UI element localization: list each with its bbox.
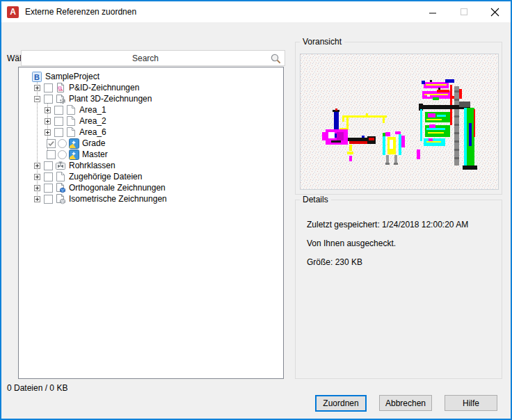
plant-drawing-icon (68, 138, 79, 149)
page-icon (55, 171, 66, 182)
details-groupbox: Details Zuletzt gespeichert: 1/24/2018 1… (295, 200, 502, 379)
tree-item-zugehoerige-dateien[interactable]: Zugehörige Dateien (19, 171, 283, 182)
help-button[interactable]: Hilfe (445, 395, 497, 411)
tree-item-label[interactable]: Area_2 (79, 116, 106, 126)
tree-item-label[interactable]: Zugehörige Dateien (69, 172, 142, 181)
svg-text:B: B (34, 72, 40, 81)
checkbox-unchecked[interactable] (54, 106, 63, 115)
tree-item-grade[interactable]: Grade (19, 138, 283, 149)
minimize-button[interactable] (417, 1, 448, 22)
expand-plus-icon[interactable] (34, 163, 40, 169)
radio-unselected[interactable] (58, 150, 67, 159)
minimize-icon (429, 8, 437, 16)
expand-plus-icon[interactable] (45, 118, 51, 124)
search-box (21, 50, 285, 66)
cancel-button[interactable]: Abbrechen (379, 395, 432, 411)
tree-item-label[interactable]: Master (82, 150, 108, 159)
tree-item-sampleproject[interactable]: B SampleProject (19, 71, 283, 82)
checkbox-unchecked[interactable] (44, 95, 53, 104)
maximize-button (448, 1, 479, 22)
dialog-body: Wählen Sie die Zeichnungen aus, die refe… (1, 22, 511, 419)
close-button[interactable] (479, 1, 511, 22)
checkbox-unchecked[interactable] (54, 128, 63, 137)
selection-summary: 0 Dateien / 0 KB (7, 383, 67, 393)
tree-item-label[interactable]: Plant 3D-Zeichnungen (69, 94, 152, 104)
radio-unselected[interactable] (58, 139, 67, 148)
expand-plus-icon[interactable] (34, 174, 40, 180)
tree-item-label[interactable]: Grade (82, 138, 105, 148)
dialog-window: A Externe Referenzen zuordnen Wählen Sie… (0, 0, 512, 420)
preview-image (301, 54, 498, 189)
checkbox-unchecked[interactable] (44, 195, 53, 204)
details-lines: Zuletzt gespeichert: 1/24/2018 12:00:20 … (307, 211, 496, 268)
iso-drawings-icon (55, 193, 66, 204)
tree-item-orthogonale-zeichnungen[interactable]: Orthogonale Zeichnungen (19, 182, 283, 193)
checkbox-unchecked[interactable] (54, 117, 63, 126)
checkbox-unchecked[interactable] (47, 150, 56, 159)
tree-item-label[interactable]: Area_6 (79, 127, 106, 137)
expand-plus-icon[interactable] (34, 85, 40, 91)
preview-groupbox: Voransicht (295, 42, 502, 195)
tree-item-master[interactable]: Master (19, 149, 283, 160)
drawing-tree-panel[interactable]: B SampleProject (18, 67, 284, 379)
checkmark-icon (47, 140, 55, 147)
tree-item-area-2[interactable]: Area_2 (19, 115, 283, 127)
tree-item-label[interactable]: Area_1 (79, 105, 106, 115)
tree-item-label[interactable]: Isometrische Zeichnungen (69, 194, 167, 204)
details-groupbox-title: Details (300, 195, 331, 204)
tree-item-label[interactable]: SampleProject (45, 72, 99, 81)
plant-drawing-icon (68, 149, 79, 160)
details-checked-out: Von Ihnen ausgecheckt. (307, 238, 496, 249)
magnifier-icon[interactable] (270, 53, 282, 65)
plant3d-drawings-icon (55, 93, 66, 104)
autocad-app-icon: A (7, 6, 19, 18)
page-icon (65, 127, 77, 138)
drawing-tree: B SampleProject (19, 67, 283, 204)
tree-item-area-6[interactable]: Area_6 (19, 127, 283, 138)
details-size: Größe: 230 KB (307, 257, 496, 268)
tree-item-label[interactable]: Rohrklassen (69, 161, 115, 170)
ortho-drawings-icon (55, 182, 66, 193)
tree-item-plant3d-zeichnungen[interactable]: Plant 3D-Zeichnungen (19, 93, 283, 104)
search-input[interactable] (22, 51, 285, 65)
expand-plus-icon[interactable] (34, 196, 40, 202)
window-title: Externe Referenzen zuordnen (25, 7, 136, 17)
pid-drawings-icon (55, 82, 66, 93)
details-last-saved: Zuletzt gespeichert: 1/24/2018 12:00:20 … (307, 219, 496, 230)
attach-button[interactable]: Zuordnen (315, 395, 367, 412)
tree-item-isometrische-zeichnungen[interactable]: Isometrische Zeichnungen (19, 193, 283, 204)
autocad-letter: A (10, 8, 16, 16)
page-icon (65, 104, 77, 115)
drawing-preview (300, 54, 499, 190)
title-bar: A Externe Referenzen zuordnen (1, 1, 511, 22)
maximize-icon (460, 8, 468, 16)
close-icon (490, 8, 499, 17)
project-icon: B (31, 71, 42, 82)
checkbox-checked[interactable] (47, 139, 56, 148)
expand-plus-icon[interactable] (45, 107, 51, 113)
expand-plus-icon[interactable] (45, 129, 51, 136)
checkbox-unchecked[interactable] (44, 83, 53, 92)
checkbox-unchecked[interactable] (44, 161, 53, 170)
window-controls (417, 1, 511, 22)
tree-item-pid-zeichnungen[interactable]: P&ID-Zeichnungen (19, 82, 283, 93)
tree-item-label[interactable]: Orthogonale Zeichnungen (69, 183, 166, 193)
page-icon (65, 115, 77, 127)
valve-icon (55, 160, 66, 171)
tree-item-label[interactable]: P&ID-Zeichnungen (69, 83, 139, 92)
tree-item-rohrklassen[interactable]: Rohrklassen (19, 160, 283, 171)
tree-item-area-1[interactable]: Area_1 (19, 104, 283, 115)
checkbox-unchecked[interactable] (44, 184, 53, 193)
expand-plus-icon[interactable] (34, 185, 40, 191)
collapse-minus-icon[interactable] (34, 96, 40, 102)
checkbox-unchecked[interactable] (44, 172, 53, 181)
preview-groupbox-title: Voransicht (300, 37, 344, 47)
